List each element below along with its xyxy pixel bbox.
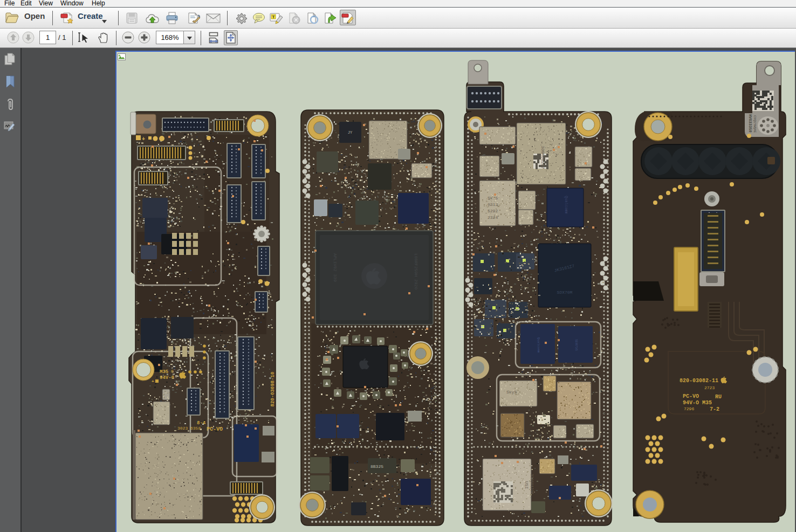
svg-text:Qualcomm: Qualcomm — [564, 196, 568, 214]
svg-text:3023 6358: 3023 6358 — [177, 426, 201, 431]
svg-text:PC-VO: PC-VO — [207, 426, 223, 432]
svg-text:Qualcomm: Qualcomm — [537, 337, 540, 353]
svg-text:339S01226: 339S01226 — [530, 474, 534, 494]
svg-text:Sk:5: Sk:5 — [488, 196, 498, 201]
svg-text:RU: RU — [715, 394, 722, 400]
svg-text:SkyS: SkyS — [506, 390, 517, 395]
svg-text:L08RF259H 2920: L08RF259H 2920 — [414, 253, 418, 289]
svg-text:+: + — [152, 379, 154, 384]
svg-text:SDR735: SDR735 — [574, 339, 578, 351]
svg-text:C9Q1YWQAE: C9Q1YWQAE — [753, 115, 757, 133]
svg-text:HVG33350: HVG33350 — [748, 114, 752, 133]
svg-text:T: T — [272, 15, 275, 19]
svg-text:SDX70M: SDX70M — [557, 290, 573, 295]
svg-text:2723: 2723 — [704, 385, 715, 390]
svg-text:7-2: 7-2 — [710, 406, 719, 412]
svg-text:5292: 5292 — [488, 209, 498, 213]
svg-text:7296: 7296 — [684, 406, 694, 411]
svg-text:94V-0: 94V-0 — [160, 375, 174, 381]
svg-text:PC-VO: PC-VO — [683, 393, 699, 399]
svg-text:0313: 0313 — [488, 202, 498, 207]
svg-text:8B325: 8B325 — [370, 464, 383, 469]
svg-text:94V-O M35: 94V-O M35 — [683, 400, 712, 406]
svg-text:820-03082-11: 820-03082-11 — [680, 378, 718, 384]
svg-text:339M00287: 339M00287 — [540, 146, 545, 169]
svg-text:USI: USI — [524, 481, 529, 489]
svg-text:+: + — [142, 136, 145, 142]
svg-text:8-4: 8-4 — [197, 420, 206, 426]
svg-text:820-03098-10: 820-03098-10 — [270, 372, 276, 407]
svg-text:®: ® — [171, 369, 174, 374]
svg-text:APL1V02 339: APL1V02 339 — [333, 253, 338, 282]
svg-text:JY: JY — [348, 130, 353, 135]
svg-text:2324: 2324 — [488, 215, 498, 220]
svg-text:M35: M35 — [160, 369, 168, 375]
